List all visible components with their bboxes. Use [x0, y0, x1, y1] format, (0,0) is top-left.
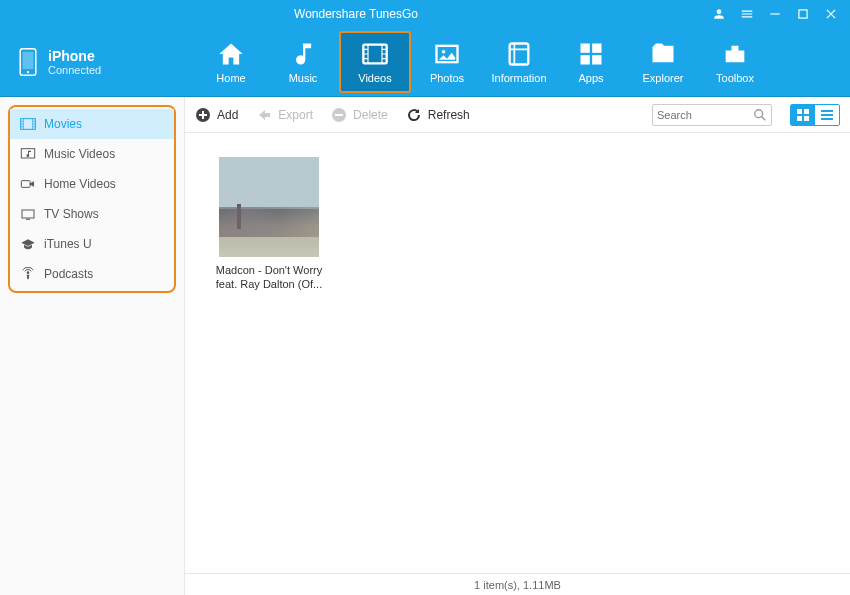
sidebar-item-label: iTunes U [44, 237, 92, 251]
graduation-icon [20, 237, 36, 251]
search-box[interactable] [652, 104, 772, 126]
svg-point-4 [27, 71, 29, 73]
svg-rect-1 [799, 10, 807, 18]
status-bar: 1 item(s), 1.11MB [185, 573, 850, 595]
sidebar-item-podcasts[interactable]: Podcasts [10, 259, 174, 289]
explorer-icon [649, 40, 677, 68]
user-icon[interactable] [712, 7, 726, 21]
refresh-icon [406, 107, 422, 123]
svg-rect-0 [770, 13, 779, 14]
svg-rect-3 [23, 52, 34, 69]
maximize-icon[interactable] [796, 7, 810, 21]
phone-icon [18, 48, 38, 76]
tab-toolbox[interactable]: Toolbox [699, 31, 771, 93]
video-item[interactable]: Madcon - Don't Worry feat. Ray Dalton (O… [209, 157, 329, 292]
delete-button[interactable]: Delete [331, 107, 388, 123]
tab-explorer[interactable]: Explorer [627, 31, 699, 93]
svg-rect-15 [21, 181, 30, 188]
svg-rect-11 [581, 55, 590, 64]
tv-icon [20, 207, 36, 221]
sidebar-item-label: Music Videos [44, 147, 115, 161]
svg-rect-20 [335, 114, 343, 116]
toolbar: Add Export Delete Refresh [185, 97, 850, 133]
view-toggle [790, 104, 840, 126]
toolbox-icon [721, 40, 749, 68]
device-name: iPhone [48, 48, 101, 64]
search-input[interactable] [657, 109, 753, 121]
svg-point-21 [755, 109, 763, 117]
svg-rect-16 [22, 210, 34, 218]
information-icon [505, 40, 533, 68]
tab-information[interactable]: Information [483, 31, 555, 93]
minimize-icon[interactable] [768, 7, 782, 21]
music-video-icon [20, 147, 36, 161]
window-controls [712, 7, 850, 21]
svg-rect-27 [821, 114, 833, 116]
delete-icon [331, 107, 347, 123]
sidebar-item-tv-shows[interactable]: TV Shows [10, 199, 174, 229]
svg-rect-9 [581, 44, 590, 53]
plus-icon [195, 107, 211, 123]
podcast-icon [20, 267, 36, 281]
sidebar-item-label: Podcasts [44, 267, 93, 281]
device-panel[interactable]: iPhone Connected [0, 28, 185, 96]
svg-rect-10 [592, 44, 601, 53]
main-panel: Add Export Delete Refresh [185, 97, 850, 595]
tab-apps[interactable]: Apps [555, 31, 627, 93]
svg-rect-26 [821, 110, 833, 112]
close-icon[interactable] [824, 7, 838, 21]
svg-rect-25 [804, 116, 809, 121]
main-nav: iPhone Connected Home Music Videos Photo… [0, 28, 850, 96]
videos-icon [361, 40, 389, 68]
menu-icon[interactable] [740, 7, 754, 21]
sidebar-item-label: TV Shows [44, 207, 99, 221]
sidebar-item-label: Movies [44, 117, 82, 131]
items-grid: Madcon - Don't Worry feat. Ray Dalton (O… [185, 133, 850, 573]
photos-icon [433, 40, 461, 68]
film-icon [20, 117, 36, 131]
export-button[interactable]: Export [256, 107, 313, 123]
sidebar-item-label: Home Videos [44, 177, 116, 191]
search-icon [753, 108, 767, 122]
sidebar-item-music-videos[interactable]: Music Videos [10, 139, 174, 169]
sidebar-item-itunes-u[interactable]: iTunes U [10, 229, 174, 259]
svg-rect-8 [510, 44, 529, 65]
svg-rect-23 [804, 109, 809, 114]
tab-photos[interactable]: Photos [411, 31, 483, 93]
svg-point-7 [442, 50, 446, 54]
sidebar-item-movies[interactable]: Movies [10, 109, 174, 139]
app-title: Wondershare TunesGo [0, 7, 712, 21]
music-icon [289, 40, 317, 68]
status-text: 1 item(s), 1.11MB [474, 579, 561, 591]
titlebar: Wondershare TunesGo [0, 0, 850, 28]
svg-rect-24 [797, 116, 802, 121]
content: Movies Music Videos Home Videos TV Shows… [0, 96, 850, 595]
svg-rect-22 [797, 109, 802, 114]
device-status: Connected [48, 64, 101, 76]
grid-view-button[interactable] [791, 105, 815, 125]
tab-home[interactable]: Home [195, 31, 267, 93]
sidebar: Movies Music Videos Home Videos TV Shows… [0, 97, 185, 595]
video-title: Madcon - Don't Worry feat. Ray Dalton (O… [209, 263, 329, 292]
apps-icon [577, 40, 605, 68]
svg-point-17 [27, 271, 30, 274]
refresh-button[interactable]: Refresh [406, 107, 470, 123]
list-view-button[interactable] [815, 105, 839, 125]
tab-videos[interactable]: Videos [339, 31, 411, 93]
sidebar-group: Movies Music Videos Home Videos TV Shows… [8, 105, 176, 293]
home-icon [217, 40, 245, 68]
nav-tabs: Home Music Videos Photos Information App… [185, 28, 850, 96]
add-button[interactable]: Add [195, 107, 238, 123]
camcorder-icon [20, 177, 36, 191]
video-thumbnail [219, 157, 319, 257]
export-icon [256, 107, 272, 123]
tab-music[interactable]: Music [267, 31, 339, 93]
svg-rect-28 [821, 118, 833, 120]
svg-rect-12 [592, 55, 601, 64]
sidebar-item-home-videos[interactable]: Home Videos [10, 169, 174, 199]
